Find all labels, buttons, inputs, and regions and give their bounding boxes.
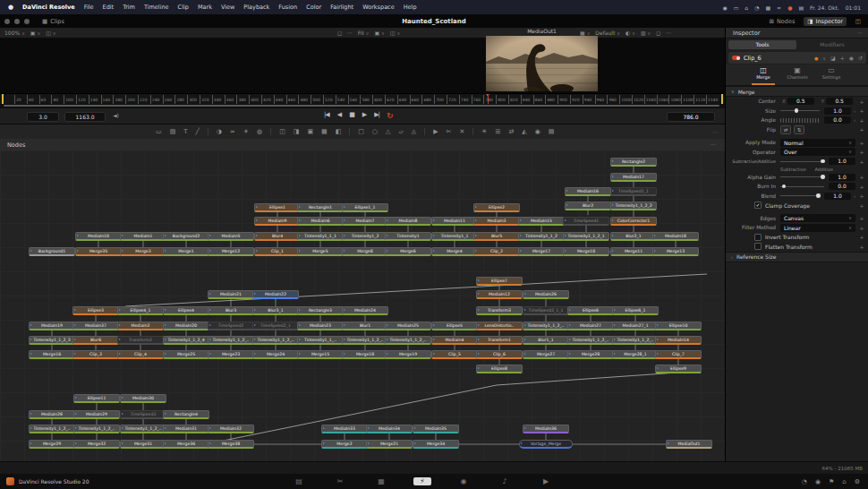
node-Merge25[interactable]: Merge25: [163, 350, 209, 359]
tool-icon-5-0[interactable]: ✳: [481, 128, 487, 135]
tool-icon-5-2[interactable]: ⇄: [508, 128, 514, 135]
node-MediaIn20[interactable]: MediaIn20: [163, 322, 209, 330]
node-ColorCorrector1[interactable]: ColorCorrector1: [610, 217, 657, 226]
node-Ellipse8[interactable]: Ellipse8: [476, 365, 523, 373]
alpha-gain-slider[interactable]: [780, 176, 824, 177]
menu-date[interactable]: Fr. 24. Okt.: [810, 4, 839, 11]
tab-tools[interactable]: Tools: [728, 40, 796, 49]
node-Merge21[interactable]: Merge21: [366, 440, 413, 449]
subtractive-additive-slider[interactable]: [780, 161, 824, 162]
node-MediaIn2[interactable]: MediaIn2: [117, 322, 164, 330]
menu-item-playback[interactable]: Playback: [243, 4, 269, 11]
node-Tintensity1_1_2_4[interactable]: Tintensity1_1_2_4: [163, 336, 209, 345]
node-MediaIn28[interactable]: MediaIn28: [29, 410, 75, 419]
node-Tintensity1_1_1[interactable]: Tintensity1_1_1: [297, 232, 344, 241]
node-Transform2[interactable]: Transform2: [117, 336, 164, 345]
node-Tintensity1_1_2_2[interactable]: Tintensity1_1_2_2: [610, 202, 657, 210]
node-Tintensity1_1_..[interactable]: Tintensity1_1_..: [297, 336, 344, 345]
menubar-status-icon-2[interactable]: ⌂: [745, 4, 748, 11]
page-color[interactable]: ◉: [455, 477, 472, 485]
operator-dropdown[interactable]: Over∨: [780, 148, 855, 156]
copy-settings-icon[interactable]: ◪: [830, 55, 836, 61]
node-MediaIn33[interactable]: MediaIn33: [321, 425, 368, 433]
node-MediaIn9[interactable]: MediaIn9: [254, 217, 301, 226]
tool-icon-3-4[interactable]: ◬: [412, 128, 416, 135]
node-MediaIn3[interactable]: MediaIn3: [473, 217, 520, 226]
operator-keyframe-button[interactable]: +: [859, 149, 864, 155]
inspector-options-icon[interactable]: ···: [857, 30, 863, 36]
menubar-status-icon-3[interactable]: ◔: [754, 4, 759, 11]
node-Background2[interactable]: Background2: [163, 232, 209, 241]
tool-icon-1-2[interactable]: ☀: [243, 128, 249, 135]
node-Merge5[interactable]: Merge5: [297, 247, 344, 256]
viewer-area[interactable]: [0, 39, 725, 93]
window-zoom-button[interactable]: [24, 19, 30, 24]
tool-icon-4-1[interactable]: ✂: [447, 128, 452, 135]
viewer-zoom-dropdown[interactable]: 100% ∨: [4, 30, 25, 36]
node-TimeSpeed2[interactable]: TimeSpeed2: [208, 322, 254, 330]
node-Merge35[interactable]: Merge35: [75, 247, 122, 256]
node-TimeSpeed3[interactable]: TimeSpeed3: [120, 410, 166, 419]
subtractive-additive-keyframe-button[interactable]: +: [859, 159, 864, 165]
tab-modifiers[interactable]: Modifiers: [798, 40, 866, 49]
blend-field[interactable]: 1.0: [824, 193, 851, 200]
node-MediaIn27[interactable]: MediaIn27: [567, 322, 614, 330]
node-enable-toggle[interactable]: [732, 56, 740, 60]
node-Merge29[interactable]: Merge29: [29, 440, 75, 449]
current-frame-field[interactable]: 786.0: [667, 112, 715, 122]
node-MediaIn22[interactable]: MediaIn22: [252, 290, 299, 299]
menubar-status-icon-0[interactable]: ◉: [722, 4, 727, 11]
invert-transform-checkbox[interactable]: [754, 234, 762, 241]
viewer-options-icon[interactable]: ···: [666, 30, 671, 36]
blend-slider[interactable]: [780, 195, 820, 196]
node-Blur1_1[interactable]: Blur1_1: [523, 336, 569, 345]
node-Tintensity1_1[interactable]: Tintensity1_1: [431, 232, 478, 241]
tool-icon-5-1[interactable]: ☰: [495, 128, 500, 135]
menu-clock[interactable]: 01:01: [846, 4, 861, 11]
node-Ellipse1_1[interactable]: Ellipse1_1: [342, 203, 388, 212]
node-MediaIn35[interactable]: MediaIn35: [413, 425, 459, 433]
node-Clip_6[interactable]: Clip_6: [476, 350, 523, 359]
node-Tintensity1_1_2_..[interactable]: Tintensity1_1_2_..: [342, 336, 388, 345]
node-Ellipse7[interactable]: Ellipse7: [476, 277, 523, 286]
apple-menu-icon[interactable]: ●: [8, 4, 13, 11]
menubar-status-icon-5[interactable]: ≈: [777, 4, 781, 11]
tool-icon-3-1[interactable]: ○: [372, 128, 378, 135]
go-to-start-button[interactable]: |◀: [324, 111, 329, 118]
viewer-overlay-dropdown[interactable]: ▥ ∨: [641, 30, 651, 36]
viewer-option-b-dropdown[interactable]: ◫ ∨: [46, 30, 55, 36]
node-Blur2[interactable]: Blur2: [565, 202, 611, 210]
range-out-field[interactable]: 1163.0: [64, 112, 106, 122]
blend-keyframe-button[interactable]: +: [859, 193, 864, 199]
node-MediaIn24[interactable]: MediaIn24: [342, 306, 388, 315]
flip-keyframe-button[interactable]: +: [859, 126, 864, 133]
viewer-option-a-dropdown[interactable]: ▣ ∨: [30, 30, 40, 36]
node-Merge16[interactable]: Merge16: [29, 350, 75, 359]
menu-item-fusion[interactable]: Fusion: [278, 4, 297, 11]
audio-mute-icon[interactable]: ◄): [113, 112, 119, 118]
node-Blur3[interactable]: Blur3: [208, 306, 254, 315]
node-MediaIn32[interactable]: MediaIn32: [208, 425, 254, 433]
node-Clip_1[interactable]: Clip_1: [254, 247, 301, 256]
node-Merge17[interactable]: Merge17: [518, 247, 565, 256]
node-MediaIn14[interactable]: MediaIn14: [655, 336, 702, 345]
go-to-end-button[interactable]: ▶|: [374, 111, 379, 118]
viewer-single-icon[interactable]: ◻: [337, 30, 342, 36]
node-LensDistortio..[interactable]: LensDistortio..: [476, 322, 523, 330]
node-Merge11[interactable]: Merge11: [610, 247, 657, 256]
tool-icon-2-0[interactable]: ◫: [279, 128, 285, 135]
node-TimeSpeed1_1[interactable]: TimeSpeed1_1: [610, 187, 657, 196]
node-MediaIn29[interactable]: MediaIn29: [73, 410, 120, 419]
tool-icon-3-2[interactable]: △: [386, 128, 390, 135]
node-Rectangle4[interactable]: Rectangle4: [163, 410, 209, 419]
node-Ellipse3[interactable]: Ellipse3: [72, 306, 119, 315]
node-Merge38[interactable]: Merge38: [208, 440, 254, 449]
page-fairlight[interactable]: ♪: [496, 477, 514, 485]
node-MediaIn4[interactable]: MediaIn4: [431, 336, 478, 345]
window-close-button[interactable]: [4, 19, 10, 24]
flatten-transform-checkbox[interactable]: [754, 243, 762, 250]
size-slider[interactable]: [780, 110, 820, 111]
tool-icon-1-1[interactable]: ≈: [230, 128, 235, 135]
burn-in-field[interactable]: 0.0: [829, 183, 855, 190]
node-MediaIn30[interactable]: MediaIn30: [120, 394, 166, 403]
